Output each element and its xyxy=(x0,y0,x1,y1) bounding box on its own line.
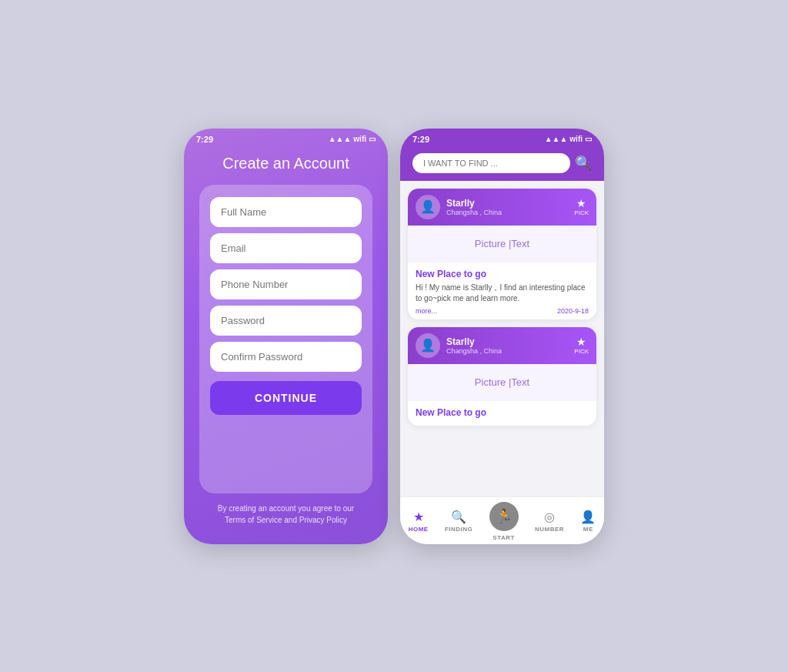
card-1-user-info: Starlly Changsha , China xyxy=(446,198,568,216)
terms-text: By creating an account you agree to our … xyxy=(199,503,372,526)
right-status-icons: ▲▲▲ wifi ▭ xyxy=(545,135,592,143)
continue-button[interactable]: CONTINUE xyxy=(210,381,362,415)
battery-icon: ▭ xyxy=(369,135,376,143)
search-button[interactable]: 🔍 xyxy=(575,155,592,172)
home-label: HOME xyxy=(409,526,429,533)
card-1-title: New Place to go xyxy=(416,269,589,279)
left-content: Create an Account CONTINUE By creating a… xyxy=(184,147,388,538)
home-icon: ★ xyxy=(413,510,424,524)
confirm-password-input[interactable] xyxy=(210,342,362,372)
search-input[interactable] xyxy=(412,153,570,173)
phone-input[interactable] xyxy=(210,269,362,299)
me-label: ME xyxy=(583,526,593,533)
card-2-text: New Place to go xyxy=(408,401,596,426)
card-2-username: Starlly xyxy=(446,336,568,347)
finding-icon: 🔍 xyxy=(451,510,466,524)
star-icon-1: ★ xyxy=(576,197,586,209)
right-status-bar: 7:29 ▲▲▲ wifi ▭ xyxy=(412,135,592,149)
card-1-more[interactable]: more... xyxy=(416,307,437,315)
card-2-location: Changsha , China xyxy=(446,347,568,355)
email-input[interactable] xyxy=(210,233,362,263)
nav-start[interactable]: 🏃 START xyxy=(489,502,519,541)
password-input[interactable] xyxy=(210,306,362,336)
card-2-title: New Place to go xyxy=(416,407,589,418)
form-card: CONTINUE xyxy=(199,185,372,493)
pick-label-1: PICK xyxy=(574,209,589,216)
card-1: 👤 Starlly Changsha , China ★ PICK Pictur… xyxy=(408,189,596,319)
card-1-date: 2020-9-18 xyxy=(557,307,589,315)
search-row: 🔍 xyxy=(412,149,592,181)
bottom-nav: ★ HOME 🔍 FINDING 🏃 START ◎ NUMBER 👤 xyxy=(400,496,604,544)
avatar-1: 👤 xyxy=(416,195,440,219)
nav-home[interactable]: ★ HOME xyxy=(409,510,429,533)
r-battery-icon: ▭ xyxy=(585,135,592,143)
wifi-icon: wifi xyxy=(353,135,366,143)
card-2: 👤 Starlly Changsha , China ★ PICK Pictur… xyxy=(408,327,596,426)
nav-me[interactable]: 👤 ME xyxy=(580,510,596,533)
page-title: Create an Account xyxy=(199,155,372,172)
r-wifi-icon: wifi xyxy=(569,135,583,143)
right-body: 👤 Starlly Changsha , China ★ PICK Pictur… xyxy=(400,181,604,496)
right-phone: 7:29 ▲▲▲ wifi ▭ 🔍 👤 xyxy=(400,129,604,544)
right-header: 7:29 ▲▲▲ wifi ▭ 🔍 xyxy=(400,129,604,181)
left-status-icons: ▲▲▲ wifi ▭ xyxy=(329,135,376,143)
left-phone: 7:29 ▲▲▲ wifi ▭ Create an Account CONTIN… xyxy=(184,129,388,544)
card-1-body: Hi ! My name is Starlly，I find an intere… xyxy=(416,283,589,304)
number-label: NUMBER xyxy=(535,526,564,533)
star-icon-2: ★ xyxy=(576,336,586,348)
nav-finding[interactable]: 🔍 FINDING xyxy=(445,510,472,533)
pick-label-2: PICK xyxy=(574,348,589,355)
r-signal-icon: ▲▲▲ xyxy=(545,135,568,143)
card-2-user-info: Starlly Changsha , China xyxy=(446,336,568,355)
card-1-text: New Place to go Hi ! My name is Starlly，… xyxy=(408,262,596,319)
card-1-pick[interactable]: ★ PICK xyxy=(574,197,589,216)
start-circle: 🏃 xyxy=(489,502,519,531)
card-2-header: 👤 Starlly Changsha , China ★ PICK xyxy=(408,327,596,364)
card-1-footer: more... 2020-9-18 xyxy=(416,307,589,315)
left-status-bar: 7:29 ▲▲▲ wifi ▭ xyxy=(184,129,388,147)
card-1-header: 👤 Starlly Changsha , China ★ PICK xyxy=(408,189,596,226)
card-2-pick[interactable]: ★ PICK xyxy=(574,336,589,355)
start-label: START xyxy=(492,534,515,541)
card-2-picture: Picture |Text xyxy=(408,364,596,401)
card-1-location: Changsha , China xyxy=(446,209,568,216)
right-time: 7:29 xyxy=(412,135,429,144)
avatar-2: 👤 xyxy=(416,333,440,358)
me-icon: 👤 xyxy=(580,510,596,524)
card-1-picture: Picture |Text xyxy=(408,226,596,262)
nav-number[interactable]: ◎ NUMBER xyxy=(535,510,564,533)
number-icon: ◎ xyxy=(544,510,555,524)
finding-label: FINDING xyxy=(445,526,472,533)
card-1-username: Starlly xyxy=(446,198,568,209)
fullname-input[interactable] xyxy=(210,197,362,227)
app-container: 7:29 ▲▲▲ wifi ▭ Create an Account CONTIN… xyxy=(169,113,619,560)
signal-icon: ▲▲▲ xyxy=(329,135,352,143)
left-time: 7:29 xyxy=(196,135,213,144)
